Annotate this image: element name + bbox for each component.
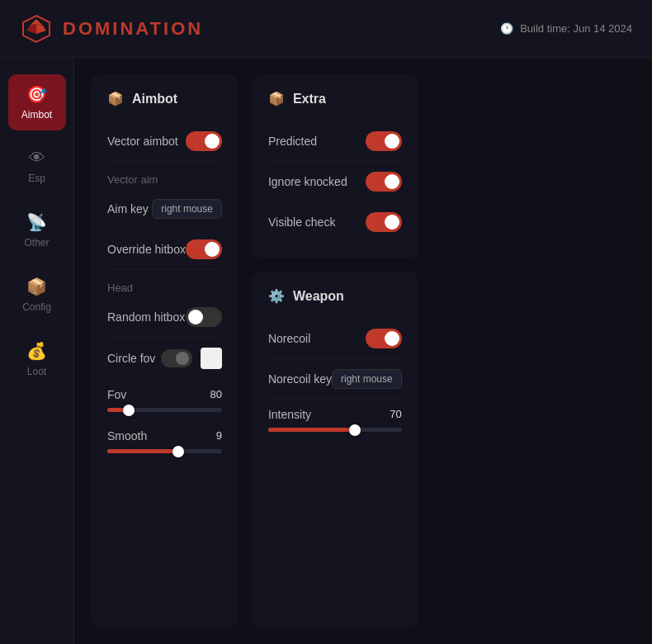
sidebar-item-aimbot[interactable]: 🎯 Aimbot bbox=[8, 74, 66, 130]
fov-slider-row: Fov 80 bbox=[107, 380, 222, 421]
norecoil-label: Norecoil bbox=[268, 332, 310, 345]
circle-fov-row: Circle fov bbox=[107, 338, 222, 380]
smooth-slider-track[interactable] bbox=[107, 449, 222, 453]
smooth-label: Smooth bbox=[107, 429, 147, 443]
norecoil-key-row: Norecoil key right mouse bbox=[268, 359, 402, 400]
weapon-panel: ⚙️ Weapon Norecoil Norecoil key right mo… bbox=[252, 272, 418, 627]
intensity-slider-header: Intensity 70 bbox=[268, 408, 402, 421]
build-label: Build time: Jun 14 2024 bbox=[520, 22, 632, 35]
smooth-slider-fill bbox=[107, 449, 178, 453]
vector-aimbot-label: Vector aimbot bbox=[107, 135, 178, 148]
norecoil-key-label: Norecoil key bbox=[268, 372, 332, 386]
aimbot-icon: 🎯 bbox=[26, 84, 47, 104]
esp-icon: 👁 bbox=[29, 149, 45, 168]
extra-panel-title: 📦 Extra bbox=[268, 91, 402, 107]
fov-slider-thumb[interactable] bbox=[123, 405, 135, 416]
sidebar-label-aimbot: Aimbot bbox=[21, 109, 52, 121]
aimbot-panel-icon: 📦 bbox=[107, 91, 124, 107]
intensity-slider-track[interactable] bbox=[268, 428, 402, 432]
toggle-knob-5 bbox=[385, 174, 399, 189]
sidebar-item-other[interactable]: 📡 Other bbox=[8, 202, 66, 258]
smooth-value: 9 bbox=[216, 429, 222, 443]
predicted-row: Predicted bbox=[268, 121, 402, 162]
sidebar-label-loot: Loot bbox=[27, 366, 46, 377]
predicted-toggle[interactable] bbox=[366, 131, 402, 151]
other-icon: 📡 bbox=[26, 212, 47, 232]
toggle-knob bbox=[205, 134, 220, 149]
fov-label: Fov bbox=[107, 388, 126, 401]
fov-value: 80 bbox=[210, 388, 221, 401]
intensity-slider-row: Intensity 70 bbox=[268, 400, 402, 440]
intensity-label: Intensity bbox=[268, 408, 311, 421]
ignore-knocked-label: Ignore knocked bbox=[268, 175, 347, 188]
logo-text: DOMINATION bbox=[63, 18, 203, 40]
clock-icon: 🕐 bbox=[500, 22, 513, 35]
circle-fov-color-picker[interactable] bbox=[201, 348, 222, 369]
build-info: 🕐 Build time: Jun 14 2024 bbox=[500, 22, 632, 35]
aim-key-badge[interactable]: right mouse bbox=[152, 199, 222, 219]
config-icon: 📦 bbox=[26, 277, 47, 296]
sidebar-item-esp[interactable]: 👁 Esp bbox=[8, 139, 66, 194]
sidebar: 🎯 Aimbot 👁 Esp 📡 Other 📦 Config 💰 Loot bbox=[0, 58, 74, 644]
extra-panel-icon: 📦 bbox=[268, 91, 285, 107]
toggle-knob-2 bbox=[205, 242, 220, 257]
sidebar-label-other: Other bbox=[24, 237, 49, 249]
aimbot-panel: 📦 Aimbot Vector aimbot Vector aim Aim ke… bbox=[91, 74, 239, 627]
norecoil-toggle[interactable] bbox=[366, 329, 402, 348]
norecoil-key-badge[interactable]: right mouse bbox=[332, 369, 402, 389]
loot-icon: 💰 bbox=[26, 341, 47, 361]
sidebar-label-config: Config bbox=[22, 301, 51, 313]
visible-check-row: Visible check bbox=[268, 202, 402, 242]
override-hitbox-row: Override hitbox bbox=[107, 230, 222, 270]
smooth-slider-thumb[interactable] bbox=[172, 446, 184, 457]
sidebar-item-loot[interactable]: 💰 Loot bbox=[8, 331, 66, 387]
aimbot-panel-title: 📦 Aimbot bbox=[107, 91, 222, 107]
random-hitbox-toggle[interactable] bbox=[186, 307, 222, 327]
intensity-value: 70 bbox=[390, 408, 401, 421]
extra-panel: 📦 Extra Predicted Ignore knocked bbox=[252, 74, 418, 258]
ignore-knocked-row: Ignore knocked bbox=[268, 162, 402, 202]
fov-slider-header: Fov 80 bbox=[107, 388, 222, 401]
mini-toggle-knob bbox=[176, 352, 189, 365]
circle-fov-controls bbox=[161, 348, 222, 369]
intensity-slider-thumb[interactable] bbox=[349, 424, 361, 436]
random-hitbox-row: Random hitbox bbox=[107, 297, 222, 338]
override-hitbox-label: Override hitbox bbox=[107, 243, 186, 256]
toggle-knob-6 bbox=[385, 215, 399, 230]
intensity-slider-fill bbox=[268, 428, 355, 432]
content-wrapper: 📦 Aimbot Vector aimbot Vector aim Aim ke… bbox=[74, 58, 652, 644]
visible-check-label: Visible check bbox=[268, 215, 335, 229]
logo-icon bbox=[20, 12, 53, 45]
ignore-knocked-toggle[interactable] bbox=[366, 172, 402, 192]
right-panels: 📦 Extra Predicted Ignore knocked bbox=[252, 74, 418, 627]
vector-aimbot-row: Vector aimbot bbox=[107, 121, 222, 162]
section-head: Head bbox=[107, 270, 222, 297]
toggle-knob-4 bbox=[385, 134, 399, 149]
sidebar-label-esp: Esp bbox=[28, 173, 45, 184]
norecoil-row: Norecoil bbox=[268, 319, 402, 359]
left-panels: 📦 Aimbot Vector aimbot Vector aim Aim ke… bbox=[91, 74, 239, 627]
section-vector-aim: Vector aim bbox=[107, 162, 222, 189]
random-hitbox-label: Random hitbox bbox=[107, 310, 185, 324]
aim-key-row: Aim key right mouse bbox=[107, 189, 222, 230]
predicted-label: Predicted bbox=[268, 135, 317, 148]
logo-area: DOMINATION bbox=[20, 12, 203, 45]
fov-slider-track[interactable] bbox=[107, 408, 222, 412]
visible-check-toggle[interactable] bbox=[366, 212, 402, 232]
smooth-slider-header: Smooth 9 bbox=[107, 429, 222, 443]
weapon-panel-title: ⚙️ Weapon bbox=[268, 288, 402, 304]
circle-fov-toggle[interactable] bbox=[161, 349, 192, 367]
toggle-knob-3 bbox=[188, 310, 203, 324]
sidebar-item-config[interactable]: 📦 Config bbox=[8, 267, 66, 323]
main-layout: 🎯 Aimbot 👁 Esp 📡 Other 📦 Config 💰 Loot 📦 bbox=[0, 58, 652, 644]
vector-aimbot-toggle[interactable] bbox=[186, 131, 222, 151]
circle-fov-label: Circle fov bbox=[107, 352, 155, 365]
override-hitbox-toggle[interactable] bbox=[186, 239, 222, 259]
aim-key-label: Aim key bbox=[107, 202, 149, 215]
weapon-panel-icon: ⚙️ bbox=[268, 288, 285, 304]
smooth-slider-row: Smooth 9 bbox=[107, 421, 222, 462]
header: DOMINATION 🕐 Build time: Jun 14 2024 bbox=[0, 0, 652, 58]
toggle-knob-7 bbox=[385, 331, 399, 346]
